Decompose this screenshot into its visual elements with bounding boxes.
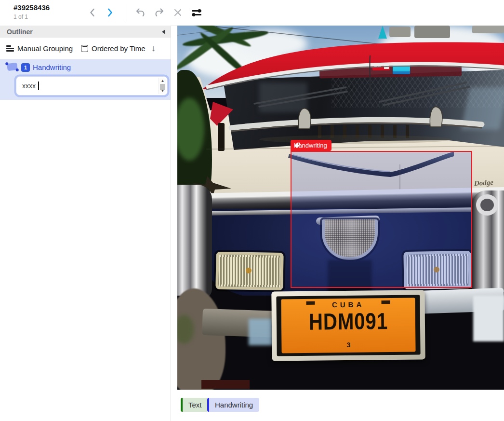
top-toolbar: #39258436 1 of 1 bbox=[0, 0, 504, 26]
scroll-up-icon[interactable]: ▲ bbox=[159, 79, 166, 83]
region-row[interactable]: 1 Handwriting bbox=[0, 59, 171, 76]
tag-icon bbox=[294, 142, 300, 149]
task-count: 1 of 1 bbox=[13, 14, 28, 20]
sliders-icon bbox=[190, 6, 203, 19]
list-icon bbox=[6, 44, 14, 53]
order-label: Ordered by Time bbox=[92, 44, 146, 53]
task-id: #39258436 bbox=[13, 3, 50, 12]
window-icon bbox=[81, 45, 88, 52]
license-plate: CUBA HDM091 3 bbox=[281, 298, 415, 353]
region-text-input[interactable]: xxxx ▲ ▼ bbox=[16, 76, 168, 95]
outliner-panel: Outliner Manual Grouping Ordered by Time… bbox=[0, 26, 171, 421]
region-index-badge: 1 bbox=[21, 63, 30, 72]
bbox-label-badge[interactable]: Handwriting bbox=[291, 140, 332, 151]
order-selector[interactable]: Ordered by Time bbox=[81, 38, 146, 59]
outliner-controls: Manual Grouping Ordered by Time ↓ bbox=[0, 38, 171, 59]
undo-button[interactable] bbox=[133, 6, 147, 19]
close-icon bbox=[172, 7, 183, 18]
scroll-down-icon[interactable]: ▼ bbox=[159, 89, 166, 93]
plate-serial: 3 bbox=[281, 340, 415, 350]
task-image[interactable]: 12 bbox=[177, 26, 504, 390]
region-text-value: xxxx bbox=[22, 77, 36, 95]
input-scrollbar[interactable]: ▲ ▼ bbox=[159, 78, 166, 94]
next-task-button[interactable] bbox=[103, 6, 117, 19]
region-block-selected: 1 Handwriting xxxx ▲ ▼ bbox=[0, 59, 171, 100]
photo-lower-bright-right bbox=[473, 296, 504, 341]
label-text: Text bbox=[188, 401, 202, 409]
reset-button[interactable] bbox=[171, 6, 185, 19]
chevron-right-icon bbox=[104, 7, 116, 18]
photo-dodge-emblem: Dodge bbox=[474, 178, 494, 188]
plate-number: HDM091 bbox=[292, 308, 405, 335]
undo-icon bbox=[134, 7, 146, 18]
grouping-selector[interactable]: Manual Grouping bbox=[6, 38, 73, 59]
outliner-header: Outliner bbox=[0, 26, 171, 38]
collapse-panel-icon[interactable] bbox=[162, 29, 165, 34]
redo-icon bbox=[154, 7, 165, 18]
chevron-left-icon bbox=[87, 7, 98, 18]
photo-red-patch bbox=[201, 380, 250, 389]
labeling-app: #39258436 1 of 1 bbox=[0, 0, 504, 421]
text-caret bbox=[38, 81, 39, 90]
rectangle-region-icon bbox=[7, 63, 17, 71]
region-label: Handwriting bbox=[33, 63, 71, 71]
sort-direction-button[interactable]: ↓ bbox=[151, 38, 156, 59]
outliner-title: Outliner bbox=[7, 28, 33, 36]
settings-button[interactable] bbox=[190, 6, 203, 19]
bbox-region-border[interactable] bbox=[291, 151, 472, 288]
label-button-handwriting[interactable]: Handwriting bbox=[207, 398, 259, 412]
photo-sky-reflection bbox=[249, 319, 274, 345]
grouping-label: Manual Grouping bbox=[17, 44, 73, 53]
label-button-text[interactable]: Text bbox=[181, 398, 208, 412]
prev-task-button[interactable] bbox=[86, 6, 99, 19]
toolbar-divider bbox=[127, 4, 127, 22]
photo-guard-cap-ring bbox=[476, 194, 498, 216]
redo-button[interactable] bbox=[153, 6, 166, 19]
photo-bumper-guard-left bbox=[177, 185, 212, 299]
label-text: Handwriting bbox=[215, 401, 253, 409]
photo-fog-light-bulb bbox=[246, 268, 252, 273]
